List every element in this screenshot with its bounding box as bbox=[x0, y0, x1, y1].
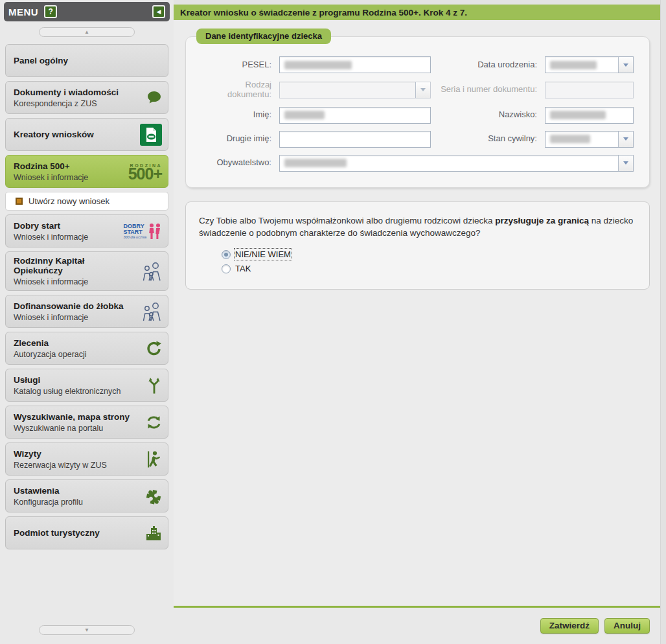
radio-label: TAK bbox=[235, 264, 251, 273]
sidebar-item-wyszukiwanie[interactable]: Wyszukiwanie, mapa strony Wyszukiwanie n… bbox=[5, 406, 168, 439]
document-number-input[interactable] bbox=[545, 82, 634, 98]
sidebar-item-title: Zlecenia bbox=[14, 338, 135, 348]
app-window: MENU ? ◀ ▲ Panel ogólny Dokumenty i wiad… bbox=[0, 0, 666, 644]
sidebar-item-subtitle: Autoryzacja operacji bbox=[14, 350, 135, 359]
building-icon bbox=[145, 525, 162, 541]
child-identification-panel: Dane identyfikacyjne dziecka PESEL: Data… bbox=[185, 36, 650, 188]
sidebar-item-title: Rodzina 500+ bbox=[14, 161, 135, 171]
sidebar-item-subtitle: Wniosek i informacje bbox=[14, 233, 135, 242]
sidebar-item-rko[interactable]: Rodzinny Kapitał Opiekuńczy Wniosek i in… bbox=[5, 251, 168, 291]
pesel-input[interactable] bbox=[279, 56, 431, 73]
sidebar-item-title: Dofinansowanie do żłobka bbox=[14, 301, 135, 311]
question-text-bold: przysługuje za granicą bbox=[495, 216, 589, 225]
sidebar-item-rodzina-500[interactable]: Rodzina 500+ Wniosek i informacje RODZIN… bbox=[5, 155, 168, 188]
main-top-strip bbox=[174, 0, 660, 5]
masked-value bbox=[550, 111, 606, 119]
first-name-label: Imię: bbox=[201, 110, 271, 120]
radio-button-icon[interactable] bbox=[222, 250, 231, 259]
document-wizard-icon bbox=[140, 124, 162, 146]
menu-title: MENU bbox=[8, 6, 38, 17]
chevron-down-icon[interactable] bbox=[618, 132, 633, 147]
radio-option-tak[interactable]: TAK bbox=[222, 264, 636, 273]
family-icon bbox=[141, 262, 162, 281]
document-type-combobox[interactable] bbox=[279, 82, 431, 98]
sidebar-item-subtitle: Konfiguracja profilu bbox=[14, 498, 135, 507]
sidebar-item-wizyty[interactable]: Wizyty Rezerwacja wizyty w ZUS bbox=[5, 443, 168, 476]
radio-group: NIE/NIE WIEM TAK bbox=[222, 249, 636, 273]
question-text-part: Czy Tobie albo Twojemu współmałżonkowi a… bbox=[199, 216, 495, 225]
middle-name-label: Drugie imię: bbox=[201, 134, 271, 144]
main-panel: Kreator wniosku o świadczenie z programu… bbox=[174, 0, 660, 644]
square-bullet-icon bbox=[16, 198, 23, 205]
sidebar-item-title: Dobry start bbox=[14, 221, 135, 231]
masked-value bbox=[550, 135, 590, 143]
sidebar-item-podmiot-turystyczny[interactable]: Podmiot turystyczny bbox=[5, 516, 168, 549]
chat-bubble-icon bbox=[145, 90, 162, 106]
foreign-benefit-question-panel: Czy Tobie albo Twojemu współmałżonkowi a… bbox=[185, 201, 650, 290]
sidebar-item-subtitle: Wyszukiwanie na portalu bbox=[14, 424, 135, 433]
sidebar-item-subtitle: Korespondencja z ZUS bbox=[14, 99, 135, 108]
sidebar-item-subtitle: Rezerwacja wizyty w ZUS bbox=[14, 461, 135, 470]
citizenship-combobox[interactable] bbox=[279, 155, 634, 172]
document-type-label: Rodzaj dokumentu: bbox=[201, 80, 271, 100]
menu-bar: MENU ? ◀ bbox=[4, 2, 170, 21]
sidebar-scroll-up-button[interactable]: ▲ bbox=[39, 27, 135, 37]
sidebar-item-title: Panel ogólny bbox=[14, 56, 135, 65]
pesel-label: PESEL: bbox=[201, 60, 271, 70]
sidebar-subitem-utworz-wniosek[interactable]: Utwórz nowy wniosek bbox=[5, 192, 168, 211]
first-name-input[interactable] bbox=[279, 107, 431, 124]
last-name-input[interactable] bbox=[545, 107, 634, 124]
chevron-down-icon[interactable] bbox=[618, 57, 633, 73]
last-name-label: Nazwisko: bbox=[439, 110, 537, 120]
sidebar-item-title: Kreatory wniosków bbox=[14, 130, 135, 139]
middle-name-input[interactable] bbox=[279, 131, 431, 148]
radio-button-icon[interactable] bbox=[222, 264, 231, 273]
sidebar-item-title: Ustawienia bbox=[14, 486, 135, 496]
marital-status-label: Stan cywilny: bbox=[439, 134, 537, 144]
masked-value bbox=[550, 61, 597, 69]
walking-person-icon bbox=[146, 450, 162, 468]
sidebar-item-subtitle: Katalog usług elektronicznych bbox=[14, 387, 135, 396]
sidebar-item-title: Usługi bbox=[14, 375, 135, 385]
collapse-sidebar-icon[interactable]: ◀ bbox=[152, 5, 165, 18]
puzzle-piece-icon bbox=[145, 488, 162, 505]
scrollbar-gutter[interactable] bbox=[660, 0, 666, 644]
form-grid: PESEL: Data urodzenia: Rodzaj dokumentu:… bbox=[201, 56, 634, 172]
wizard-header: Kreator wniosku o świadczenie z programu… bbox=[174, 5, 660, 20]
sidebar-item-panel-ogolny[interactable]: Panel ogólny bbox=[5, 44, 168, 77]
sidebar-item-kreatory[interactable]: Kreatory wniosków bbox=[5, 118, 168, 151]
dobry-start-logo-icon: DOBRY START 300 dla ucznia bbox=[124, 222, 162, 240]
sidebar-item-ustawienia[interactable]: Ustawienia Konfiguracja profilu bbox=[5, 479, 168, 512]
sidebar-item-subtitle: Wniosek i informacje bbox=[14, 173, 135, 182]
sidebar: MENU ? ◀ ▲ Panel ogólny Dokumenty i wiad… bbox=[0, 0, 174, 644]
help-icon[interactable]: ? bbox=[44, 5, 57, 18]
marital-status-combobox[interactable] bbox=[545, 131, 634, 148]
masked-value bbox=[284, 111, 325, 119]
radio-option-nie[interactable]: NIE/NIE WIEM bbox=[222, 249, 636, 259]
logo-500-main-text: 500+ bbox=[128, 168, 162, 180]
sidebar-item-subtitle: Wniosek i informacje bbox=[14, 277, 135, 286]
dobry-start-text: START bbox=[124, 229, 143, 235]
refresh-arrow-icon bbox=[146, 340, 162, 356]
footer-bar: Zatwierdź Anuluj bbox=[174, 608, 660, 644]
sidebar-item-dokumenty[interactable]: Dokumenty i wiadomości Korespondencja z … bbox=[5, 81, 168, 114]
birth-date-combobox[interactable] bbox=[545, 56, 634, 73]
sidebar-item-zlecenia[interactable]: Zlecenia Autoryzacja operacji bbox=[5, 332, 168, 365]
sidebar-item-dobry-start[interactable]: Dobry start Wniosek i informacje DOBRY S… bbox=[5, 214, 168, 247]
question-text: Czy Tobie albo Twojemu współmałżonkowi a… bbox=[199, 214, 636, 240]
sync-arrows-icon bbox=[146, 414, 162, 430]
chevron-down-icon[interactable] bbox=[618, 155, 633, 171]
sidebar-item-uslugi[interactable]: Usługi Katalog usług elektronicznych bbox=[5, 369, 168, 402]
section-title-tab: Dane identyfikacyjne dziecka bbox=[196, 29, 331, 44]
sidebar-item-zlobek[interactable]: Dofinansowanie do żłobka Wniosek i infor… bbox=[5, 295, 168, 328]
sidebar-scroll-down-button[interactable]: ▼ bbox=[39, 625, 135, 635]
cancel-button[interactable]: Anuluj bbox=[604, 618, 650, 634]
rodzina-500-logo-icon: RODZINA 500+ bbox=[128, 163, 162, 180]
sidebar-item-title: Wyszukiwanie, mapa strony bbox=[14, 412, 135, 422]
sidebar-item-title: Rodzinny Kapitał Opiekuńczy bbox=[14, 256, 135, 275]
masked-value bbox=[284, 61, 352, 69]
document-number-label: Seria i numer dokumentu: bbox=[439, 85, 537, 95]
sidebar-subitem-label: Utwórz nowy wniosek bbox=[29, 196, 109, 206]
confirm-button[interactable]: Zatwierdź bbox=[540, 618, 599, 634]
main-content: Dane identyfikacyjne dziecka PESEL: Data… bbox=[174, 20, 660, 606]
